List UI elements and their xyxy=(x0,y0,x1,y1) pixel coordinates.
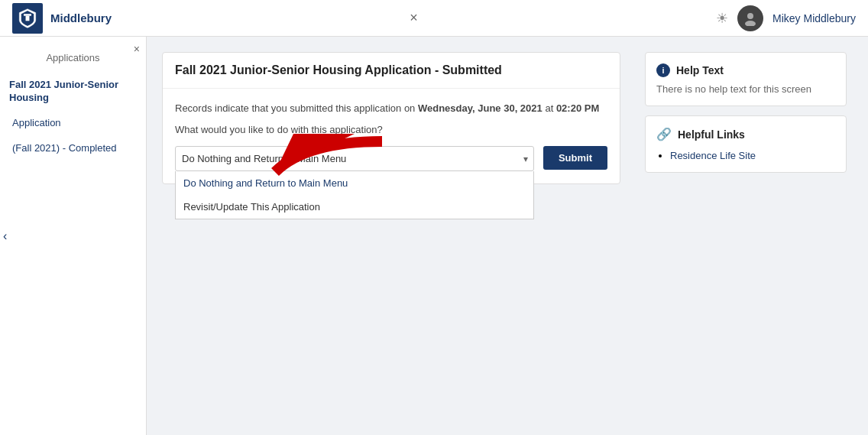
links-list: Residence Life Site xyxy=(656,149,835,161)
user-avatar xyxy=(737,5,763,31)
sidebar-item-completed[interactable]: (Fall 2021) - Completed xyxy=(0,136,146,161)
page-layout: ‹ × Applications Fall 2021 Junior-Senior… xyxy=(0,37,868,435)
svg-rect-0 xyxy=(26,15,30,21)
dropdown-item-do-nothing[interactable]: Do Nothing and Return to Main Menu xyxy=(176,171,533,195)
svg-point-3 xyxy=(745,21,756,26)
application-card: Fall 2021 Junior-Senior Housing Applicat… xyxy=(162,52,620,184)
help-title: Help Text xyxy=(676,64,724,76)
svg-rect-1 xyxy=(24,14,31,15)
submit-button[interactable]: Submit xyxy=(543,146,607,170)
residence-life-link[interactable]: Residence Life Site xyxy=(670,150,756,161)
help-header: i Help Text xyxy=(656,63,835,77)
record-date: Wednesday, June 30, 2021 xyxy=(418,102,542,114)
svg-point-2 xyxy=(747,13,753,19)
close-tab-button[interactable]: × xyxy=(410,10,418,26)
card-body: Records indicate that you submitted this… xyxy=(163,89,620,183)
sidebar: ‹ × Applications Fall 2021 Junior-Senior… xyxy=(0,37,147,435)
help-card: i Help Text There is no help text for th… xyxy=(645,52,847,106)
top-navigation: Middlebury × ☀ Mikey Middlebury xyxy=(0,0,868,37)
question-text: What would you like to do with this appl… xyxy=(175,122,607,138)
card-title: Fall 2021 Junior-Senior Housing Applicat… xyxy=(175,63,607,77)
links-card: 🔗 Helpful Links Residence Life Site xyxy=(645,115,847,173)
links-header: 🔗 Helpful Links xyxy=(656,127,835,141)
user-name: Mikey Middlebury xyxy=(772,12,856,24)
link-icon: 🔗 xyxy=(656,127,672,141)
dropdown-list: Do Nothing and Return to Main Menu Revis… xyxy=(175,171,534,219)
record-time: 02:20 PM xyxy=(556,102,599,114)
right-panel: i Help Text There is no help text for th… xyxy=(633,52,847,182)
record-text: Records indicate that you submitted this… xyxy=(175,101,607,116)
brand-name: Middlebury xyxy=(50,11,112,24)
dropdown-wrapper: Do Nothing and Return to Main Menu Revis… xyxy=(175,146,534,171)
card-header: Fall 2021 Junior-Senior Housing Applicat… xyxy=(163,53,620,89)
sidebar-title: Applications xyxy=(0,46,146,73)
sidebar-toggle[interactable]: ‹ xyxy=(0,226,10,246)
dropdown-item-revisit[interactable]: Revisit/Update This Application xyxy=(176,195,533,219)
form-row: Do Nothing and Return to Main Menu Revis… xyxy=(175,146,607,171)
action-dropdown[interactable]: Do Nothing and Return to Main Menu Revis… xyxy=(175,146,534,171)
brightness-icon[interactable]: ☀ xyxy=(716,10,728,27)
links-title: Helpful Links xyxy=(678,128,745,141)
sidebar-close-button[interactable]: × xyxy=(134,43,140,55)
logo xyxy=(12,3,43,34)
sidebar-item-application[interactable]: Application xyxy=(0,111,146,136)
nav-right: ☀ Mikey Middlebury xyxy=(716,5,856,31)
info-icon: i xyxy=(656,63,670,77)
sidebar-item-housing[interactable]: Fall 2021 Junior-Senior Housing xyxy=(0,73,146,111)
list-item: Residence Life Site xyxy=(670,149,835,161)
help-body: There is no help text for this screen xyxy=(656,83,835,95)
main-content: Fall 2021 Junior-Senior Housing Applicat… xyxy=(147,37,868,435)
nav-left: Middlebury xyxy=(12,3,112,34)
